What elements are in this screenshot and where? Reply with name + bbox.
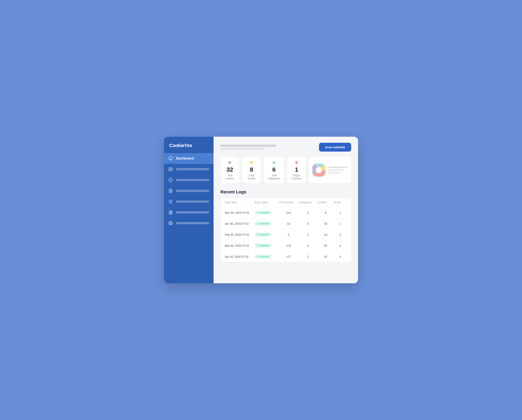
stat-dot-cookies bbox=[228, 161, 231, 164]
sidebar-item-scripts[interactable] bbox=[164, 185, 214, 196]
header-title-area bbox=[221, 145, 276, 150]
cell-categories: 2 bbox=[299, 255, 317, 258]
cell-categories: 4 bbox=[299, 244, 317, 247]
col-header-script: Script bbox=[334, 201, 347, 204]
svg-point-7 bbox=[169, 178, 173, 182]
cell-url: 214 bbox=[278, 211, 299, 214]
stat-dot-categories bbox=[272, 161, 276, 164]
sidebar-item-reports[interactable] bbox=[164, 207, 214, 218]
svg-point-10 bbox=[171, 180, 171, 181]
report-lock-icon bbox=[168, 210, 173, 215]
cell-status: Completed bbox=[254, 221, 278, 226]
cell-url: 274 bbox=[278, 244, 299, 247]
cell-url: 4 bbox=[278, 233, 299, 236]
cookie-icon bbox=[168, 178, 173, 182]
sidebar-item-bar-policy bbox=[176, 200, 209, 203]
shield-doc-icon bbox=[168, 199, 173, 204]
cell-url: 177 bbox=[278, 255, 299, 258]
stat-card-pages-scanned: 1 Pages Scanned bbox=[287, 157, 306, 183]
cell-date: Apr 30, 2020 07:52 bbox=[225, 255, 254, 258]
cell-date: Dec 30, 2019 07:52 bbox=[225, 211, 254, 214]
stat-card-total-cookies: 32 Total cookies bbox=[221, 157, 239, 183]
cell-date: Mar 30, 2020 07:52 bbox=[225, 244, 254, 247]
app-container: CookieYes Dashboard bbox=[164, 137, 358, 283]
sidebar-item-bar-cookies bbox=[176, 179, 209, 181]
cell-status: Completed bbox=[254, 210, 278, 215]
cell-url: 14 bbox=[278, 222, 299, 225]
monitor-icon bbox=[168, 156, 173, 161]
scan-website-button[interactable]: scan website bbox=[319, 143, 351, 152]
stat-number-scripts: 8 bbox=[250, 166, 253, 173]
gear-icon bbox=[168, 221, 173, 226]
table-row: Apr 30, 2020 07:52 Completed 177 2 15 0 bbox=[221, 251, 351, 262]
pie-legend bbox=[328, 167, 348, 174]
stat-card-total-scripts: 8 Total Scripts bbox=[242, 157, 261, 183]
stat-label-scripts: Total Scripts bbox=[246, 174, 257, 180]
table-row: Feb 30, 2020 07:52 Completed 4 5 13 2 bbox=[221, 229, 351, 240]
logo: CookieYes bbox=[164, 137, 214, 153]
col-header-scan-date: Scan date bbox=[225, 201, 254, 204]
stat-card-pie bbox=[309, 157, 351, 183]
sidebar-item-bar-settings bbox=[176, 222, 209, 224]
sidebar-item-policy[interactable] bbox=[164, 196, 214, 207]
status-badge: Completed bbox=[254, 243, 272, 248]
sidebar: CookieYes Dashboard bbox=[164, 137, 214, 283]
stat-number-pages: 1 bbox=[295, 166, 298, 173]
status-badge: Completed bbox=[254, 210, 272, 215]
sidebar-item-cookies[interactable] bbox=[164, 175, 214, 185]
svg-point-11 bbox=[170, 180, 170, 181]
cell-status: Completed bbox=[254, 243, 278, 248]
sidebar-item-bar-reports bbox=[176, 211, 209, 214]
col-header-cookies: Cookies bbox=[317, 201, 334, 204]
cell-script: 1 bbox=[334, 222, 347, 225]
svg-point-15 bbox=[170, 223, 171, 224]
table-row: Dec 30, 2019 07:52 Completed 214 2 4 1 bbox=[221, 207, 351, 218]
table-body: Dec 30, 2019 07:52 Completed 214 2 4 1 J… bbox=[221, 207, 351, 262]
sidebar-item-consent[interactable] bbox=[164, 164, 214, 175]
section-title-recent-logs: Recent Logs bbox=[221, 190, 351, 194]
sidebar-item-dashboard[interactable]: Dashboard bbox=[164, 153, 214, 164]
cell-cookies: 13 bbox=[317, 233, 334, 236]
header-bar-primary bbox=[221, 145, 276, 147]
svg-point-8 bbox=[170, 179, 170, 180]
stat-number-cookies: 32 bbox=[226, 166, 233, 173]
status-badge: Completed bbox=[254, 254, 272, 259]
cell-cookies: 4 bbox=[317, 211, 334, 214]
table-header: Scan date Scan status Url Scanned Catego… bbox=[221, 198, 351, 207]
svg-point-20 bbox=[316, 167, 322, 173]
cell-cookies: 15 bbox=[317, 255, 334, 258]
sidebar-item-settings[interactable] bbox=[164, 218, 214, 229]
col-header-scan-status: Scan status bbox=[254, 201, 278, 204]
doc-search-icon bbox=[168, 188, 173, 193]
stats-row: 32 Total cookies 8 Total Scripts 6 Total… bbox=[221, 157, 351, 183]
status-badge: Completed bbox=[254, 221, 272, 226]
cell-cookies: 25 bbox=[317, 244, 334, 247]
cell-date: Feb 30, 2020 07:52 bbox=[225, 233, 254, 236]
pie-legend-bar-1 bbox=[328, 167, 348, 168]
cell-cookies: 33 bbox=[317, 222, 334, 225]
svg-rect-0 bbox=[169, 157, 173, 160]
logs-table: Scan date Scan status Url Scanned Catego… bbox=[221, 198, 351, 262]
cell-status: Completed bbox=[254, 232, 278, 237]
cell-script: 1 bbox=[334, 211, 347, 214]
status-badge: Completed bbox=[254, 232, 272, 237]
pie-chart bbox=[312, 164, 325, 176]
pie-legend-bar-3 bbox=[328, 172, 341, 174]
col-header-url-scanned: Url Scanned bbox=[278, 201, 299, 204]
cell-script: 0 bbox=[334, 244, 347, 247]
cell-script: 0 bbox=[334, 255, 347, 258]
cell-categories: 2 bbox=[299, 211, 317, 214]
stat-label-categories: Total Categories bbox=[268, 174, 280, 180]
list-icon bbox=[168, 167, 173, 172]
table-row: Jan 30, 2020 07:52 Completed 14 3 33 1 bbox=[221, 218, 351, 229]
svg-line-13 bbox=[171, 191, 171, 192]
cell-status: Completed bbox=[254, 254, 278, 259]
header-bar-secondary bbox=[221, 148, 264, 150]
stat-card-total-categories: 6 Total Categories bbox=[264, 157, 284, 183]
header: scan website bbox=[221, 143, 351, 152]
sidebar-item-label-dashboard: Dashboard bbox=[176, 157, 194, 160]
stat-label-cookies: Total cookies bbox=[224, 174, 235, 180]
stat-number-categories: 6 bbox=[272, 166, 276, 173]
main-content: scan website 32 Total cookies 8 Total Sc… bbox=[214, 137, 358, 283]
sidebar-item-bar-scripts bbox=[176, 190, 209, 192]
